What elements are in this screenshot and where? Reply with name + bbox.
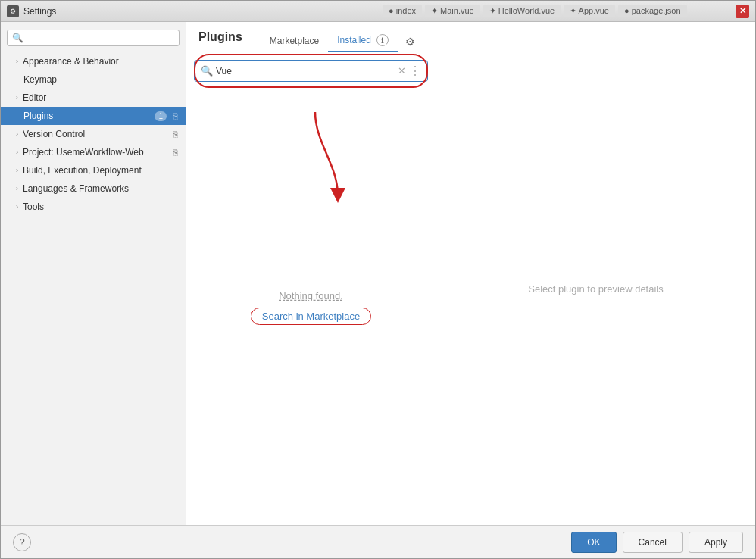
sidebar-item-label: Editor <box>23 92 46 103</box>
page-title: Plugins <box>198 30 242 52</box>
plugins-body: 🔍 ✕ ⋮ <box>186 52 755 525</box>
chevron-icon: › <box>16 148 18 156</box>
copy-icon: ⎘ <box>173 111 178 120</box>
settings-window: ⚙ Settings ● index ✦ Main.vue ✦ HelloWor… <box>0 0 756 559</box>
chevron-icon: › <box>16 94 18 101</box>
sidebar-item-label: Appearance & Behavior <box>23 56 119 67</box>
sidebar-search-input[interactable] <box>27 33 174 43</box>
sidebar-search-box[interactable]: 🔍 <box>7 30 180 46</box>
titlebar: ⚙ Settings ● index ✦ Main.vue ✦ HelloWor… <box>1 1 755 22</box>
help-button[interactable]: ? <box>13 533 31 551</box>
sidebar-item-tools[interactable]: › Tools <box>1 198 186 216</box>
sidebar-item-version-control[interactable]: › Version Control ⎘ <box>1 125 186 143</box>
chevron-icon: › <box>16 167 18 174</box>
sidebar-item-keymap[interactable]: Keymap <box>1 70 186 89</box>
sidebar-item-project[interactable]: › Project: UsemeWorkflow-Web ⎘ <box>1 143 186 161</box>
app-icon: ⚙ <box>7 5 19 17</box>
plugin-search-input[interactable] <box>216 66 398 77</box>
search-bar-wrapper: 🔍 ✕ ⋮ <box>194 60 428 82</box>
main-header: Plugins Marketplace Installed ℹ ⚙ <box>186 22 755 52</box>
editor-tab-5[interactable]: ● package.json <box>618 5 687 17</box>
installed-info-badge: ℹ <box>376 34 389 46</box>
sidebar-item-languages[interactable]: › Languages & Frameworks <box>1 180 186 198</box>
tab-bar: Marketplace Installed ℹ ⚙ <box>261 30 423 52</box>
nothing-found-text: Nothing found. <box>279 290 343 301</box>
close-button[interactable]: ✕ <box>736 5 749 18</box>
search-icon: 🔍 <box>12 33 23 43</box>
preview-panel: Select plugin to preview details <box>436 52 755 525</box>
footer: ? OK Cancel Apply <box>1 525 755 558</box>
chevron-icon: › <box>16 58 18 65</box>
apply-button[interactable]: Apply <box>689 532 743 553</box>
editor-tab-1[interactable]: ● index <box>383 5 422 17</box>
sidebar-item-editor[interactable]: › Editor <box>1 89 186 107</box>
sidebar-item-label: Project: UsemeWorkflow-Web <box>23 147 144 158</box>
search-marketplace-link[interactable]: Search in Marketplace <box>251 308 371 325</box>
editor-tab-3[interactable]: ✦ HelloWorld.vue <box>483 5 561 17</box>
editor-tabs: ● index ✦ Main.vue ✦ HelloWorld.vue ✦ Ap… <box>383 5 736 17</box>
window-title: Settings <box>23 6 376 17</box>
preview-text: Select plugin to preview details <box>528 283 664 295</box>
sidebar-item-label: Plugins <box>23 111 53 121</box>
chevron-icon: › <box>16 185 18 192</box>
search-icon: 🔍 <box>201 65 213 77</box>
more-options-icon[interactable]: ⋮ <box>409 64 421 78</box>
sidebar-item-build[interactable]: › Build, Execution, Deployment <box>1 161 186 180</box>
copy-icon: ⎘ <box>173 130 178 139</box>
copy-icon: ⎘ <box>173 148 178 157</box>
sidebar-item-label: Keymap <box>23 74 57 85</box>
sidebar-item-label: Version Control <box>23 129 85 139</box>
ok-button[interactable]: OK <box>571 532 616 553</box>
empty-state: Nothing found. Search in Marketplace <box>186 89 436 525</box>
tab-label: Marketplace <box>270 36 319 46</box>
main-content: 🔍 › Appearance & Behavior Keymap › Edito… <box>1 22 755 525</box>
sidebar-item-label: Tools <box>23 201 44 212</box>
arrow-annotation <box>277 105 368 203</box>
sidebar-item-appearance[interactable]: › Appearance & Behavior <box>1 52 186 70</box>
plugin-search-bar[interactable]: 🔍 ✕ ⋮ <box>194 60 428 82</box>
chevron-icon: › <box>16 130 18 138</box>
tab-installed[interactable]: Installed ℹ <box>328 30 398 52</box>
chevron-icon: › <box>16 203 18 211</box>
sidebar: 🔍 › Appearance & Behavior Keymap › Edito… <box>1 22 186 525</box>
editor-tab-2[interactable]: ✦ Main.vue <box>425 5 480 17</box>
tab-label: Installed <box>337 35 371 45</box>
footer-buttons: OK Cancel Apply <box>571 532 743 553</box>
clear-icon[interactable]: ✕ <box>398 65 406 77</box>
settings-gear-icon[interactable]: ⚙ <box>398 31 423 52</box>
plugins-badge: 1 <box>155 111 167 121</box>
cancel-button[interactable]: Cancel <box>623 532 683 553</box>
plugins-list-panel: 🔍 ✕ ⋮ <box>186 52 436 525</box>
sidebar-item-label: Build, Execution, Deployment <box>23 165 142 176</box>
main-panel: Plugins Marketplace Installed ℹ ⚙ <box>186 22 755 525</box>
editor-tab-4[interactable]: ✦ App.vue <box>564 5 615 17</box>
tab-marketplace[interactable]: Marketplace <box>261 31 328 52</box>
sidebar-item-plugins[interactable]: Plugins 1 ⎘ <box>1 107 186 125</box>
sidebar-item-label: Languages & Frameworks <box>23 183 129 194</box>
